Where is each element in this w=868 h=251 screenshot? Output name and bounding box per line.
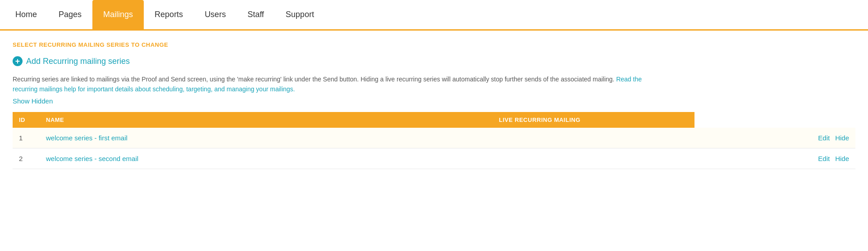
table-header: ID NAME LIVE RECURRING MAILING (13, 112, 855, 128)
recurring-mailings-table: ID NAME LIVE RECURRING MAILING 1welcome … (13, 112, 855, 169)
nav-item-support[interactable]: Support (275, 0, 325, 29)
table-row: 2welcome series - second emailEditHide (13, 148, 855, 169)
nav-item-home[interactable]: Home (5, 0, 48, 29)
col-header-live: LIVE RECURRING MAILING (385, 112, 694, 128)
nav-item-reports[interactable]: Reports (144, 0, 194, 29)
edit-action-link[interactable]: Edit (818, 155, 830, 162)
nav-item-mailings[interactable]: Mailings (92, 0, 144, 29)
col-header-id: ID (13, 112, 40, 128)
add-recurring-label: Add Recurring mailing series (26, 57, 130, 66)
cell-live (385, 148, 694, 169)
cell-name: welcome series - second email (40, 148, 385, 169)
show-hidden-link[interactable]: Show Hidden (13, 97, 53, 105)
nav-item-pages[interactable]: Pages (48, 0, 92, 29)
cell-live (385, 128, 694, 148)
cell-id: 2 (13, 148, 40, 169)
table-row: 1welcome series - first emailEditHide (13, 128, 855, 148)
table-body: 1welcome series - first emailEditHide2we… (13, 128, 855, 169)
page-heading: SELECT RECURRING MAILING SERIES TO CHANG… (13, 41, 855, 48)
row-name-link[interactable]: welcome series - first email (46, 134, 128, 142)
hide-action-link[interactable]: Hide (835, 155, 849, 162)
edit-action-link[interactable]: Edit (818, 134, 830, 142)
hide-action-link[interactable]: Hide (835, 134, 849, 142)
cell-id: 1 (13, 128, 40, 148)
description-text: Recurring series are linked to mailings … (13, 74, 644, 94)
nav-item-users[interactable]: Users (194, 0, 237, 29)
cell-actions: EditHide (694, 148, 855, 169)
col-header-name: NAME (40, 112, 385, 128)
add-recurring-link[interactable]: + Add Recurring mailing series (13, 56, 855, 66)
add-icon: + (13, 56, 23, 66)
main-content: SELECT RECURRING MAILING SERIES TO CHANG… (0, 31, 868, 180)
row-name-link[interactable]: welcome series - second email (46, 155, 138, 162)
nav-item-staff[interactable]: Staff (237, 0, 275, 29)
cell-actions: EditHide (694, 128, 855, 148)
cell-name: welcome series - first email (40, 128, 385, 148)
main-nav: Home Pages Mailings Reports Users Staff … (0, 0, 868, 31)
